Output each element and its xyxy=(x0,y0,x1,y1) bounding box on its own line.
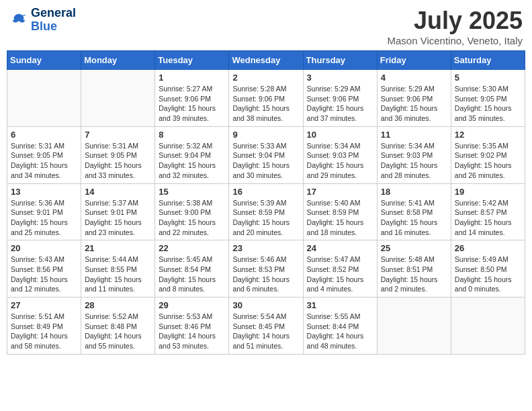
day-info: Sunrise: 5:33 AM Sunset: 9:04 PM Dayligh… xyxy=(232,141,299,181)
calendar-week-row: 13Sunrise: 5:36 AM Sunset: 9:01 PM Dayli… xyxy=(7,183,525,240)
calendar-day: 3Sunrise: 5:29 AM Sunset: 9:06 PM Daylig… xyxy=(303,70,377,127)
calendar-day xyxy=(7,70,81,127)
day-number: 15 xyxy=(159,187,225,197)
day-info: Sunrise: 5:42 AM Sunset: 8:57 PM Dayligh… xyxy=(455,198,521,238)
day-info: Sunrise: 5:27 AM Sunset: 9:06 PM Dayligh… xyxy=(159,84,225,124)
calendar-day: 10Sunrise: 5:34 AM Sunset: 9:03 PM Dayli… xyxy=(303,126,377,183)
calendar-day: 2Sunrise: 5:28 AM Sunset: 9:06 PM Daylig… xyxy=(229,70,303,127)
day-info: Sunrise: 5:48 AM Sunset: 8:51 PM Dayligh… xyxy=(381,255,447,294)
weekday-header-saturday: Saturday xyxy=(451,51,525,70)
day-number: 22 xyxy=(159,243,225,253)
weekday-header-thursday: Thursday xyxy=(303,51,377,70)
day-info: Sunrise: 5:54 AM Sunset: 8:45 PM Dayligh… xyxy=(232,312,299,351)
day-info: Sunrise: 5:31 AM Sunset: 9:05 PM Dayligh… xyxy=(11,141,77,181)
day-info: Sunrise: 5:46 AM Sunset: 8:53 PM Dayligh… xyxy=(232,255,299,294)
day-number: 13 xyxy=(11,187,77,197)
logo-icon xyxy=(9,11,28,30)
day-number: 17 xyxy=(307,187,373,197)
logo: General Blue xyxy=(9,7,76,34)
day-info: Sunrise: 5:51 AM Sunset: 8:49 PM Dayligh… xyxy=(11,312,77,351)
calendar-day xyxy=(81,70,155,127)
day-number: 4 xyxy=(381,73,447,83)
day-number: 5 xyxy=(455,73,521,83)
day-info: Sunrise: 5:30 AM Sunset: 9:05 PM Dayligh… xyxy=(455,84,521,124)
weekday-header-tuesday: Tuesday xyxy=(155,51,229,70)
weekday-header-monday: Monday xyxy=(81,51,155,70)
calendar-day: 26Sunrise: 5:49 AM Sunset: 8:50 PM Dayli… xyxy=(451,240,525,298)
day-number: 19 xyxy=(455,187,521,197)
day-number: 27 xyxy=(11,300,77,310)
logo-text: General Blue xyxy=(31,7,76,34)
day-info: Sunrise: 5:52 AM Sunset: 8:48 PM Dayligh… xyxy=(85,312,151,351)
day-number: 31 xyxy=(307,300,373,310)
day-number: 6 xyxy=(11,130,77,140)
weekday-header-wednesday: Wednesday xyxy=(229,51,303,70)
day-number: 18 xyxy=(381,187,447,197)
calendar-day: 29Sunrise: 5:53 AM Sunset: 8:46 PM Dayli… xyxy=(155,298,229,355)
title-block: July 2025 Mason Vicentino, Veneto, Italy xyxy=(387,7,523,46)
day-number: 1 xyxy=(159,73,225,83)
calendar-day: 14Sunrise: 5:37 AM Sunset: 9:01 PM Dayli… xyxy=(81,183,155,240)
day-number: 11 xyxy=(381,130,447,140)
day-number: 29 xyxy=(159,300,225,310)
day-number: 21 xyxy=(85,243,151,253)
calendar-day: 18Sunrise: 5:41 AM Sunset: 8:58 PM Dayli… xyxy=(377,183,451,240)
day-info: Sunrise: 5:31 AM Sunset: 9:05 PM Dayligh… xyxy=(85,141,151,181)
day-info: Sunrise: 5:32 AM Sunset: 9:04 PM Dayligh… xyxy=(159,141,225,181)
calendar-day: 19Sunrise: 5:42 AM Sunset: 8:57 PM Dayli… xyxy=(451,183,525,240)
calendar-day: 24Sunrise: 5:47 AM Sunset: 8:52 PM Dayli… xyxy=(303,240,377,298)
day-info: Sunrise: 5:43 AM Sunset: 8:56 PM Dayligh… xyxy=(11,255,77,294)
day-number: 24 xyxy=(307,243,373,253)
calendar-day: 25Sunrise: 5:48 AM Sunset: 8:51 PM Dayli… xyxy=(377,240,451,298)
day-number: 30 xyxy=(232,300,299,310)
day-number: 16 xyxy=(232,187,299,197)
calendar-day: 21Sunrise: 5:44 AM Sunset: 8:55 PM Dayli… xyxy=(81,240,155,298)
day-info: Sunrise: 5:41 AM Sunset: 8:58 PM Dayligh… xyxy=(381,198,447,238)
calendar-day: 16Sunrise: 5:39 AM Sunset: 8:59 PM Dayli… xyxy=(229,183,303,240)
calendar-day: 9Sunrise: 5:33 AM Sunset: 9:04 PM Daylig… xyxy=(229,126,303,183)
day-number: 3 xyxy=(307,73,373,83)
day-info: Sunrise: 5:36 AM Sunset: 9:01 PM Dayligh… xyxy=(11,198,77,238)
calendar-day: 27Sunrise: 5:51 AM Sunset: 8:49 PM Dayli… xyxy=(7,298,81,355)
logo-line1: General xyxy=(31,7,76,20)
day-number: 28 xyxy=(85,300,151,310)
calendar-day: 31Sunrise: 5:55 AM Sunset: 8:44 PM Dayli… xyxy=(303,298,377,355)
calendar-day: 11Sunrise: 5:34 AM Sunset: 9:03 PM Dayli… xyxy=(377,126,451,183)
month-title: July 2025 xyxy=(387,7,523,35)
day-info: Sunrise: 5:40 AM Sunset: 8:59 PM Dayligh… xyxy=(307,198,373,238)
weekday-header-row: SundayMondayTuesdayWednesdayThursdayFrid… xyxy=(7,51,525,70)
day-info: Sunrise: 5:29 AM Sunset: 9:06 PM Dayligh… xyxy=(307,84,373,124)
day-number: 10 xyxy=(307,130,373,140)
logo-line2: Blue xyxy=(31,20,76,34)
calendar-table: SundayMondayTuesdayWednesdayThursdayFrid… xyxy=(7,50,525,355)
calendar-day: 6Sunrise: 5:31 AM Sunset: 9:05 PM Daylig… xyxy=(7,126,81,183)
day-number: 7 xyxy=(85,130,151,140)
day-number: 25 xyxy=(381,243,447,253)
day-info: Sunrise: 5:45 AM Sunset: 8:54 PM Dayligh… xyxy=(159,255,225,294)
day-info: Sunrise: 5:53 AM Sunset: 8:46 PM Dayligh… xyxy=(159,312,225,351)
calendar-day: 15Sunrise: 5:38 AM Sunset: 9:00 PM Dayli… xyxy=(155,183,229,240)
day-number: 8 xyxy=(159,130,225,140)
page-header: General Blue July 2025 Mason Vicentino, … xyxy=(7,7,525,46)
calendar-day: 5Sunrise: 5:30 AM Sunset: 9:05 PM Daylig… xyxy=(451,70,525,127)
calendar-day: 4Sunrise: 5:29 AM Sunset: 9:06 PM Daylig… xyxy=(377,70,451,127)
calendar-day: 30Sunrise: 5:54 AM Sunset: 8:45 PM Dayli… xyxy=(229,298,303,355)
day-info: Sunrise: 5:37 AM Sunset: 9:01 PM Dayligh… xyxy=(85,198,151,238)
calendar-day: 28Sunrise: 5:52 AM Sunset: 8:48 PM Dayli… xyxy=(81,298,155,355)
calendar-day: 8Sunrise: 5:32 AM Sunset: 9:04 PM Daylig… xyxy=(155,126,229,183)
calendar-day: 17Sunrise: 5:40 AM Sunset: 8:59 PM Dayli… xyxy=(303,183,377,240)
day-info: Sunrise: 5:55 AM Sunset: 8:44 PM Dayligh… xyxy=(307,312,373,351)
calendar-day xyxy=(377,298,451,355)
day-number: 9 xyxy=(232,130,299,140)
calendar-week-row: 20Sunrise: 5:43 AM Sunset: 8:56 PM Dayli… xyxy=(7,240,525,298)
calendar-day: 22Sunrise: 5:45 AM Sunset: 8:54 PM Dayli… xyxy=(155,240,229,298)
day-number: 23 xyxy=(232,243,299,253)
day-number: 2 xyxy=(232,73,299,83)
day-number: 12 xyxy=(455,130,521,140)
day-info: Sunrise: 5:34 AM Sunset: 9:03 PM Dayligh… xyxy=(307,141,373,181)
day-info: Sunrise: 5:34 AM Sunset: 9:03 PM Dayligh… xyxy=(381,141,447,181)
calendar-day: 1Sunrise: 5:27 AM Sunset: 9:06 PM Daylig… xyxy=(155,70,229,127)
location-title: Mason Vicentino, Veneto, Italy xyxy=(387,35,523,46)
day-info: Sunrise: 5:49 AM Sunset: 8:50 PM Dayligh… xyxy=(455,255,521,294)
calendar-day: 20Sunrise: 5:43 AM Sunset: 8:56 PM Dayli… xyxy=(7,240,81,298)
